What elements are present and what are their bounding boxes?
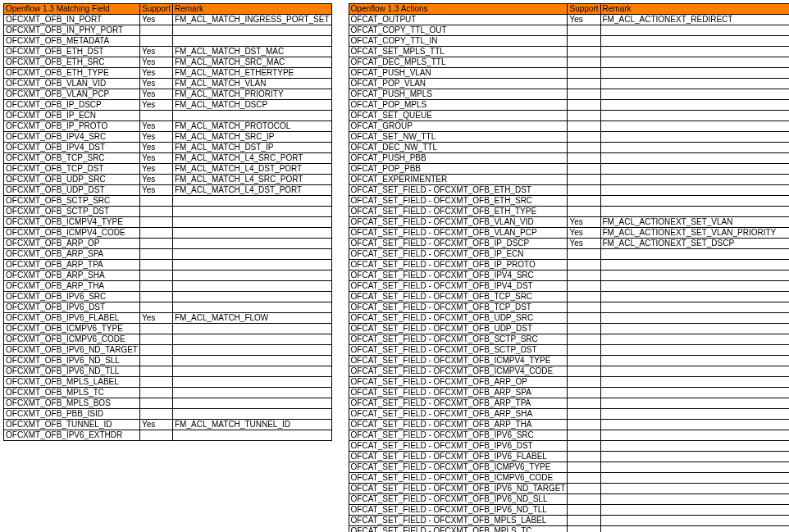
table-row: OFCAT_SET_FIELD - OFCXMT_OFB_SCTP_SRC xyxy=(349,334,789,345)
cell-remark xyxy=(600,388,789,398)
cell-field: OFCXMT_OFB_IPV6_ND_TARGET xyxy=(4,345,140,356)
cell-support xyxy=(568,473,600,484)
cell-remark xyxy=(173,228,332,239)
cell-field: OFCXMT_OFB_ARP_SPA xyxy=(4,249,140,260)
cell-field: OFCXMT_OFB_IN_PORT xyxy=(4,15,140,25)
cell-support xyxy=(568,281,600,292)
cell-remark xyxy=(173,398,332,409)
matching-field-table: Openflow 1.3 Matching Field Support Rema… xyxy=(3,3,332,441)
cell-remark xyxy=(173,409,332,420)
cell-remark: FM_ACL_MATCH_SRC_MAC xyxy=(173,57,332,68)
cell-remark xyxy=(600,356,789,366)
cell-field: OFCAT_PUSH_VLAN xyxy=(349,68,568,79)
table-row: OFCAT_SET_FIELD - OFCXMT_OFB_SCTP_DST xyxy=(349,345,789,356)
cell-remark xyxy=(600,36,789,47)
cell-support xyxy=(568,185,600,196)
cell-field: OFCAT_SET_FIELD - OFCXMT_OFB_ETH_DST xyxy=(349,185,568,196)
table-row: OFCAT_SET_FIELD - OFCXMT_OFB_IP_DSCPYesF… xyxy=(349,239,789,249)
cell-support xyxy=(568,292,600,302)
cell-support xyxy=(568,249,600,260)
cell-field: OFCAT_SET_FIELD - OFCXMT_OFB_SCTP_SRC xyxy=(349,334,568,345)
cell-field: OFCXMT_OFB_IP_PROTO xyxy=(4,121,140,132)
cell-support xyxy=(568,430,600,441)
cell-field: OFCAT_SET_FIELD - OFCXMT_OFB_MPLS_TC xyxy=(349,526,568,533)
cell-support: Yes xyxy=(139,153,172,164)
cell-field: OFCAT_SET_FIELD - OFCXMT_OFB_UDP_SRC xyxy=(349,313,568,324)
cell-field: OFCAT_SET_FIELD - OFCXMT_OFB_UDP_DST xyxy=(349,324,568,334)
cell-support: Yes xyxy=(139,143,172,153)
cell-remark: FM_ACL_MATCH_DST_IP xyxy=(173,143,332,153)
cell-remark xyxy=(173,366,332,377)
cell-field: OFCXMT_OFB_METADATA xyxy=(4,36,140,47)
actions-table: Openflow 1.3 Actions Support Remark OFCA… xyxy=(349,3,789,532)
cell-support: Yes xyxy=(139,15,172,25)
cell-remark xyxy=(600,143,789,153)
table-row: OFCXMT_OFB_SCTP_DST xyxy=(4,207,332,217)
cell-support xyxy=(568,89,600,100)
cell-remark xyxy=(600,25,789,36)
cell-field: OFCXMT_OFB_ICMPV4_TYPE xyxy=(4,217,140,228)
cell-remark xyxy=(600,132,789,143)
cell-field: OFCAT_POP_PBB xyxy=(349,164,568,175)
cell-remark xyxy=(173,281,332,292)
cell-support xyxy=(568,68,600,79)
cell-remark xyxy=(600,420,789,430)
cell-remark xyxy=(600,281,789,292)
table-row: OFCAT_COPY_TTL_OUT xyxy=(349,25,789,36)
cell-support xyxy=(139,430,172,441)
cell-field: OFCAT_SET_FIELD - OFCXMT_OFB_VLAN_PCP xyxy=(349,228,568,239)
cell-remark: FM_ACL_ACTIONEXT_REDIRECT xyxy=(600,15,789,25)
cell-support xyxy=(568,356,600,366)
cell-support: Yes xyxy=(139,132,172,143)
cell-support xyxy=(568,196,600,207)
table-row: OFCAT_SET_FIELD - OFCXMT_OFB_ARP_OP xyxy=(349,377,789,388)
cell-remark xyxy=(173,302,332,313)
table-header-row: Openflow 1.3 Actions Support Remark xyxy=(349,4,789,15)
table-row: OFCAT_SET_NW_TTL xyxy=(349,132,789,143)
cell-support xyxy=(568,441,600,452)
cell-remark xyxy=(600,111,789,121)
cell-field: OFCAT_SET_FIELD - OFCXMT_OFB_ETH_TYPE xyxy=(349,207,568,217)
cell-support: Yes xyxy=(139,175,172,185)
cell-field: OFCXMT_OFB_IN_PHY_PORT xyxy=(4,25,140,36)
cell-field: OFCAT_DEC_MPLS_TTL xyxy=(349,57,568,68)
cell-support: Yes xyxy=(139,164,172,175)
cell-support xyxy=(568,175,600,185)
table-row: OFCAT_SET_FIELD - OFCXMT_OFB_ETH_SRC xyxy=(349,196,789,207)
cell-support xyxy=(568,164,600,175)
cell-remark xyxy=(173,207,332,217)
cell-field: OFCAT_SET_FIELD - OFCXMT_OFB_IPV4_DST xyxy=(349,281,568,292)
table-row: OFCAT_SET_FIELD - OFCXMT_OFB_IPV6_SRC xyxy=(349,430,789,441)
cell-remark xyxy=(600,47,789,57)
cell-remark xyxy=(173,430,332,441)
cell-remark xyxy=(600,366,789,377)
cell-field: OFCXMT_OFB_IPV4_SRC xyxy=(4,132,140,143)
cell-field: OFCAT_PUSH_MPLS xyxy=(349,89,568,100)
table-row: OFCAT_GROUP xyxy=(349,121,789,132)
table-row: OFCXMT_OFB_METADATA xyxy=(4,36,332,47)
cell-support xyxy=(568,153,600,164)
cell-support xyxy=(139,398,172,409)
table-row: OFCXMT_OFB_IPV4_SRCYesFM_ACL_MATCH_SRC_I… xyxy=(4,132,332,143)
cell-support: Yes xyxy=(568,228,600,239)
table-row: OFCAT_SET_FIELD - OFCXMT_OFB_TCP_SRC xyxy=(349,292,789,302)
cell-remark: FM_ACL_MATCH_TUNNEL_ID xyxy=(173,420,332,430)
cell-support xyxy=(568,324,600,334)
cell-remark xyxy=(600,57,789,68)
cell-remark xyxy=(600,441,789,452)
cell-remark xyxy=(600,89,789,100)
cell-support: Yes xyxy=(139,121,172,132)
table-row: OFCXMT_OFB_SCTP_SRC xyxy=(4,196,332,207)
cell-field: OFCXMT_OFB_VLAN_PCP xyxy=(4,89,140,100)
table-row: OFCAT_SET_FIELD - OFCXMT_OFB_ARP_TPA xyxy=(349,398,789,409)
cell-field: OFCAT_SET_FIELD - OFCXMT_OFB_ICMPV4_CODE xyxy=(349,366,568,377)
cell-remark xyxy=(600,249,789,260)
cell-remark xyxy=(173,196,332,207)
table-row: OFCAT_SET_FIELD - OFCXMT_OFB_ICMPV4_TYPE xyxy=(349,356,789,366)
cell-remark xyxy=(173,324,332,334)
cell-support xyxy=(139,366,172,377)
table-row: OFCAT_SET_FIELD - OFCXMT_OFB_MPLS_LABEL xyxy=(349,516,789,526)
table-row: OFCAT_PUSH_VLAN xyxy=(349,68,789,79)
cell-field: OFCAT_COPY_TTL_IN xyxy=(349,36,568,47)
cell-remark xyxy=(173,260,332,271)
